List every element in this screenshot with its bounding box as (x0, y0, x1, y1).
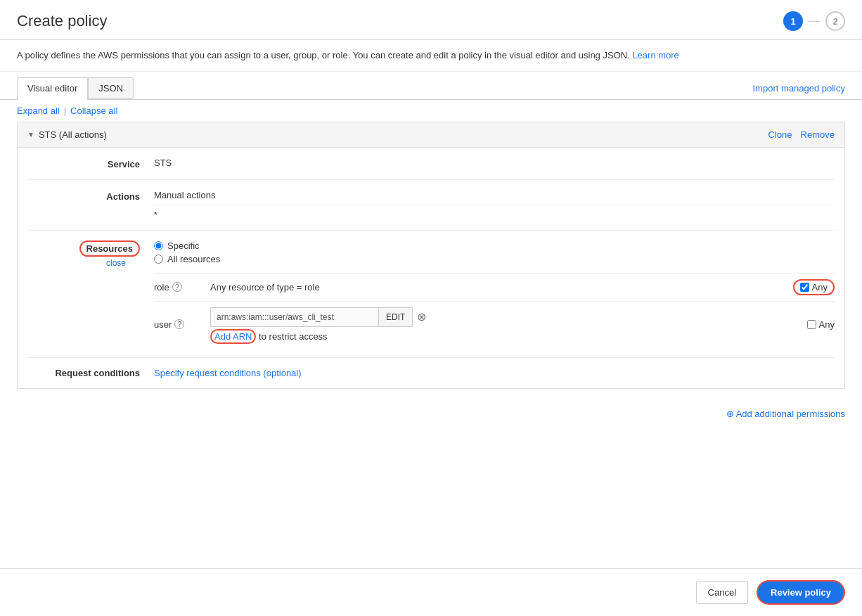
description-bar: A policy defines the AWS permissions tha… (0, 40, 862, 72)
review-policy-button[interactable]: Review policy (757, 580, 845, 605)
actions-row: Actions Manual actions * (27, 180, 835, 231)
role-label: role (154, 282, 169, 293)
policy-block: ▼ STS (All actions) Clone Remove Service… (17, 122, 845, 389)
role-any-checked: Any (793, 279, 835, 295)
user-any-checkbox-wrap: Any (807, 319, 835, 330)
plus-icon: ⊕ (726, 409, 736, 419)
resources-section: Resources close Specific All resources (27, 231, 835, 358)
specific-radio-option[interactable]: Specific (154, 240, 835, 251)
block-actions: Clone Remove (768, 129, 835, 140)
footer: Cancel Review policy (0, 568, 862, 616)
role-help-icon: ? (172, 282, 182, 292)
actions-label: Actions (27, 190, 154, 220)
all-resources-radio-label: All resources (167, 254, 220, 264)
resources-radio-group: Specific All resources (154, 240, 835, 264)
chevron-down-icon: ▼ (27, 131, 34, 139)
role-resource-row: role ? Any resource of type = role Any (154, 273, 835, 301)
user-resource-row: user ? arn:aws:iam:: :user/aws_cli_test … (154, 301, 835, 347)
step-line (809, 21, 820, 22)
user-any-checkbox[interactable] (807, 320, 816, 329)
actions-wildcard: * (154, 210, 835, 220)
actions-value: Manual actions * (154, 190, 835, 220)
arn-prefix: arn:aws:iam:: (217, 312, 266, 322)
collapse-all-link[interactable]: Collapse all (70, 105, 117, 116)
service-label: Service (27, 158, 154, 169)
resources-header: Resources close Specific All resources (27, 240, 835, 347)
step-1-circle: 1 (783, 11, 803, 31)
expand-sep: | (64, 105, 66, 116)
role-label-wrap: role ? (154, 282, 210, 293)
add-permissions-row: ⊕ Add additional permissions (0, 400, 862, 428)
user-label-wrap: user ? (154, 319, 210, 330)
service-row: Service STS (27, 148, 835, 180)
block-title: STS (All actions) (39, 129, 107, 140)
tab-json[interactable]: JSON (88, 77, 134, 99)
service-value: STS (154, 158, 835, 169)
user-help-icon: ? (174, 319, 184, 329)
specify-conditions-link[interactable]: Specify request conditions (optional) (154, 368, 302, 378)
user-any-wrap: Any (807, 319, 835, 330)
add-permissions-label: Add additional permissions (736, 409, 845, 419)
block-content: Service STS Actions Manual actions * Res… (18, 148, 844, 388)
expand-all-link[interactable]: Expand all (17, 105, 60, 116)
add-arn-link[interactable]: Add ARN (210, 329, 256, 344)
step-indicators: 1 2 (783, 11, 845, 31)
remove-arn-icon[interactable]: ⊗ (417, 310, 426, 323)
tabs-row: Visual editor JSON Import managed policy (0, 72, 862, 100)
all-resources-radio-input[interactable] (154, 255, 163, 264)
role-any-wrap: Any (793, 279, 835, 295)
restrict-text: to restrict access (256, 331, 327, 342)
arn-suffix: :user/aws_cli_test (266, 312, 333, 322)
description-text: A policy defines the AWS permissions tha… (17, 50, 630, 60)
request-conditions-row: Request conditions Specify request condi… (27, 358, 835, 388)
resources-label: Resources (79, 240, 140, 257)
arn-input-wrap: arn:aws:iam:: :user/aws_cli_test EDIT ⊗ (210, 307, 799, 327)
block-header: ▼ STS (All actions) Clone Remove (18, 122, 844, 148)
add-arn-row: Add ARN to restrict access (210, 331, 799, 342)
role-any-label: Any (812, 282, 828, 293)
all-resources-radio-option[interactable]: All resources (154, 254, 835, 264)
user-arn-section: arn:aws:iam:: :user/aws_cli_test EDIT ⊗ … (210, 307, 799, 342)
page-title: Create policy (17, 12, 107, 30)
add-additional-permissions-link[interactable]: ⊕ Add additional permissions (726, 409, 845, 419)
specific-radio-label: Specific (167, 240, 200, 251)
resources-close-link[interactable]: close (27, 258, 140, 268)
remove-link[interactable]: Remove (801, 129, 835, 140)
tab-visual-editor[interactable]: Visual editor (17, 77, 88, 100)
role-value: Any resource of type = role (210, 282, 785, 293)
specific-radio-input[interactable] (154, 241, 163, 250)
tabs-container: Visual editor JSON (17, 77, 134, 99)
expand-collapse-row: Expand all | Collapse all (0, 100, 862, 122)
user-any-label: Any (819, 319, 835, 330)
manual-actions-title: Manual actions (154, 190, 835, 205)
role-any-checkbox[interactable] (800, 283, 809, 292)
block-header-left: ▼ STS (All actions) (27, 129, 107, 140)
edit-arn-button[interactable]: EDIT (379, 307, 413, 327)
request-conditions-label: Request conditions (27, 368, 154, 378)
clone-link[interactable]: Clone (768, 129, 792, 140)
step-2-circle: 2 (825, 11, 845, 31)
learn-more-link[interactable]: Learn more (632, 50, 678, 60)
resources-body: Specific All resources role ? (154, 240, 835, 347)
import-managed-policy-link[interactable]: Import managed policy (752, 83, 845, 99)
user-label: user (154, 319, 172, 330)
cancel-button[interactable]: Cancel (696, 581, 748, 604)
arn-field: arn:aws:iam:: :user/aws_cli_test (210, 307, 379, 327)
